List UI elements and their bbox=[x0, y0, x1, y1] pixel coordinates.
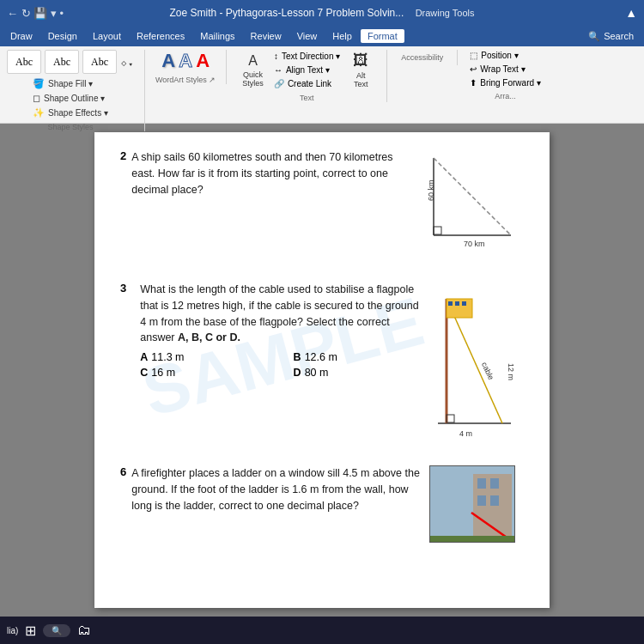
q3-flagpole-svg: cable 12 m 4 m bbox=[429, 282, 524, 445]
accessibility-label: Accessibility bbox=[398, 50, 447, 65]
style-box-dropdown[interactable]: ⬦▾ bbox=[120, 55, 134, 69]
shape-tools: 🪣 Shape Fill ▾ ◻ Shape Outline ▾ ✨ Shape… bbox=[31, 77, 110, 119]
q6-building-svg bbox=[430, 465, 514, 543]
text-direction-btn[interactable]: ↕ Text Direction ▾ bbox=[272, 51, 342, 62]
text-options: ↕ Text Direction ▾ ↔ Align Text ▾ 🔗 Crea… bbox=[272, 51, 342, 89]
menu-search[interactable]: 🔍 Search bbox=[581, 29, 641, 44]
create-link-label: Create Link bbox=[288, 79, 331, 88]
q2-diagram: 60 km 70 km bbox=[421, 149, 524, 264]
q2-side1-label: 60 km bbox=[427, 179, 435, 201]
q6-text: A firefighter places a ladder on a windo… bbox=[131, 465, 421, 513]
q6-number: 6 bbox=[120, 465, 126, 478]
svg-rect-15 bbox=[490, 478, 499, 489]
wrap-text-btn[interactable]: ↩ Wrap Text ▾ bbox=[468, 64, 543, 75]
quick-styles-label: QuickStyles bbox=[242, 70, 264, 88]
menu-view[interactable]: View bbox=[290, 29, 325, 43]
svg-line-2 bbox=[434, 158, 511, 235]
bring-forward-label: Bring Forward ▾ bbox=[480, 78, 541, 88]
ribbon-group-text: A QuickStyles ↕ Text Direction ▾ ↔ Align… bbox=[237, 50, 387, 102]
align-text-btn[interactable]: ↔ Align Text ▾ bbox=[272, 64, 342, 76]
align-text-icon: ↔ bbox=[274, 65, 283, 75]
q2-text: A ship sails 60 kilometres south and the… bbox=[131, 149, 412, 197]
q6-diagram bbox=[429, 465, 524, 543]
quick-styles-icon: A bbox=[248, 53, 258, 69]
wordart-row: A A A bbox=[161, 50, 210, 72]
taskbar: lia) ⊞ 🔍 🗂 bbox=[0, 617, 644, 644]
q3-base-label: 4 m bbox=[459, 429, 472, 438]
ribbon-group-accessibility: Accessibility bbox=[398, 50, 458, 65]
document: SAMPLE 2 A ship sails 60 kilometres sout… bbox=[94, 132, 550, 608]
style-boxes-row: Abc Abc Abc ⬦▾ bbox=[7, 50, 134, 74]
position-icon: ⬚ bbox=[470, 51, 477, 60]
q3-answer-c: C 16 m bbox=[140, 367, 267, 379]
menu-help[interactable]: Help bbox=[325, 29, 359, 43]
q3-answer-d: D 80 m bbox=[294, 367, 421, 379]
text-direction-label: Text Direction ▾ bbox=[282, 52, 340, 61]
shape-outline-btn[interactable]: ◻ Shape Outline ▾ bbox=[31, 92, 110, 105]
style-box-2[interactable]: Abc bbox=[45, 50, 79, 74]
menu-references[interactable]: References bbox=[130, 29, 191, 43]
q6-text-block: 6 A firefighter places a ladder on a win… bbox=[120, 465, 421, 513]
wordart-a-outline-btn[interactable]: A bbox=[179, 50, 192, 72]
shape-effects-label: Shape Effects ▾ bbox=[48, 108, 108, 118]
q3-b-label: B bbox=[294, 351, 301, 363]
q3-answers: A 11.3 m B 12.6 m C 16 m bbox=[140, 351, 421, 379]
doc-content: 2 A ship sails 60 kilometres south and t… bbox=[120, 149, 524, 543]
svg-rect-16 bbox=[477, 495, 486, 506]
menu-mailings[interactable]: Mailings bbox=[193, 29, 241, 43]
arrange-label: Arra... bbox=[495, 92, 516, 100]
q3-answer-a: A 11.3 m bbox=[140, 351, 267, 363]
ribbon-group-shape-styles: Abc Abc Abc ⬦▾ 🪣 Shape Fill ▾ ◻ Shape Ou… bbox=[7, 50, 145, 131]
q2-side2-label: 70 km bbox=[464, 240, 485, 248]
q3-a-label: A bbox=[140, 351, 148, 363]
menu-review[interactable]: Review bbox=[244, 29, 289, 43]
menu-layout[interactable]: Layout bbox=[86, 29, 128, 43]
svg-rect-10 bbox=[455, 301, 459, 306]
shape-effects-btn[interactable]: ✨ Shape Effects ▾ bbox=[31, 106, 110, 119]
shape-effects-icon: ✨ bbox=[33, 107, 45, 118]
q2-number: 2 bbox=[120, 149, 126, 162]
q6-building-image bbox=[429, 465, 515, 543]
title-bar-controls[interactable]: ← ↻ 💾 ▾ • bbox=[7, 7, 64, 20]
wordart-styles-label: WordArt Styles ↗ bbox=[155, 76, 216, 84]
question-3: 3 What is the length of the cable used t… bbox=[120, 282, 524, 448]
bring-forward-btn[interactable]: ⬆ Bring Forward ▾ bbox=[468, 77, 543, 88]
create-link-icon: 🔗 bbox=[274, 79, 284, 88]
menu-format[interactable]: Format bbox=[361, 29, 404, 43]
menu-draw[interactable]: Draw bbox=[3, 29, 39, 43]
title-bar-left: ← ↻ 💾 ▾ • bbox=[7, 7, 64, 20]
style-box-1[interactable]: Abc bbox=[7, 50, 41, 74]
menu-design[interactable]: Design bbox=[41, 29, 84, 43]
style-box-3[interactable]: Abc bbox=[82, 50, 117, 74]
svg-rect-14 bbox=[477, 478, 486, 489]
q3-c-value: 16 m bbox=[151, 367, 175, 379]
svg-rect-3 bbox=[434, 227, 441, 234]
q3-answer-b: B 12.6 m bbox=[294, 351, 421, 363]
taskbar-windows-icon[interactable]: ⊞ bbox=[25, 623, 36, 639]
q2-text-block: 2 A ship sails 60 kilometres south and t… bbox=[120, 149, 412, 197]
create-link-btn[interactable]: 🔗 Create Link bbox=[272, 78, 342, 89]
q3-height-label: 12 m bbox=[507, 363, 515, 380]
wordart-a-fill-btn[interactable]: A bbox=[196, 50, 210, 72]
q3-b-value: 12.6 m bbox=[305, 351, 337, 363]
q3-a-value: 11.3 m bbox=[151, 351, 184, 363]
align-text-label: Align Text ▾ bbox=[286, 65, 330, 75]
title-bar: ← ↻ 💾 ▾ • Zoe Smith - Pythagoras-Lesson … bbox=[0, 0, 644, 26]
quick-styles-btn[interactable]: A QuickStyles bbox=[237, 52, 269, 89]
svg-rect-9 bbox=[448, 301, 453, 306]
position-btn[interactable]: ⬚ Position ▾ bbox=[468, 50, 543, 61]
q3-d-value: 80 m bbox=[305, 367, 329, 379]
q3-c-label: C bbox=[140, 367, 148, 379]
alt-text-icon: 🖼 bbox=[353, 52, 368, 70]
taskbar-search[interactable]: 🔍 bbox=[43, 624, 70, 637]
q3-d-label: D bbox=[294, 367, 301, 379]
q3-diagram: cable 12 m 4 m bbox=[429, 282, 524, 448]
text-label: Text bbox=[300, 94, 314, 102]
wordart-a-btn[interactable]: A bbox=[161, 50, 175, 72]
position-label: Position ▾ bbox=[481, 51, 518, 60]
taskbar-files-icon[interactable]: 🗂 bbox=[77, 623, 91, 638]
alt-text-btn[interactable]: 🖼 AltText bbox=[345, 50, 376, 90]
menu-bar: Draw Design Layout References Mailings R… bbox=[0, 26, 644, 46]
shape-fill-btn[interactable]: 🪣 Shape Fill ▾ bbox=[31, 77, 110, 90]
document-title: Zoe Smith - Pythagoras-Lesson 7 Problem … bbox=[169, 7, 404, 19]
